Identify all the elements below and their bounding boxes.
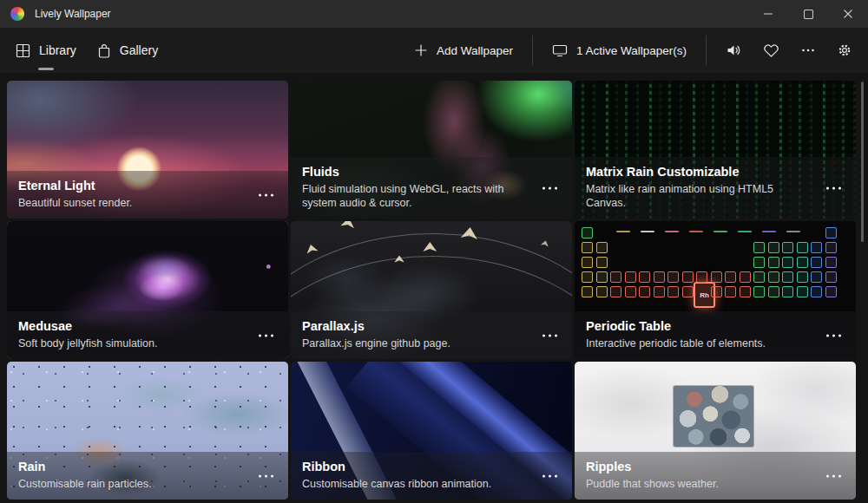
element-tile (596, 242, 608, 253)
pebbles-photo (674, 386, 753, 447)
element-tile (825, 227, 837, 238)
card-title: Periodic Table (586, 318, 816, 334)
category-label-bar (641, 231, 654, 232)
element-tile (811, 271, 822, 283)
maximize-button[interactable] (788, 0, 828, 28)
speaker-icon (726, 42, 742, 58)
wallpaper-card-ripples[interactable]: Ripples Puddle that shows weather. (575, 362, 856, 500)
favorites-button[interactable] (761, 40, 781, 62)
wallpaper-card-periodic-table[interactable]: Rh Periodic Table Interactive periodic t… (575, 221, 856, 359)
active-wallpapers-button[interactable]: 1 Active Wallpaper(s) (550, 39, 688, 62)
element-tile (797, 257, 808, 268)
element-tile (797, 286, 808, 297)
app-logo-icon (10, 7, 24, 21)
titlebar: Lively Wallpaper (0, 0, 868, 28)
element-tile (596, 257, 608, 268)
tab-indicator (38, 68, 54, 70)
card-title: Matrix Rain Customizable (586, 164, 816, 180)
minimize-button[interactable] (748, 0, 788, 28)
more-menu-button[interactable] (799, 39, 818, 62)
element-tile (582, 242, 593, 253)
card-more-button[interactable] (539, 183, 561, 193)
card-more-button[interactable] (539, 471, 561, 480)
element-tile (610, 271, 621, 283)
element-tile (753, 257, 765, 268)
wallpaper-card-ribbon[interactable]: Ribbon Customisable canvas ribbon animat… (291, 362, 572, 500)
element-tile (825, 242, 837, 253)
card-subtitle: Parallax.js engine github page. (302, 336, 532, 350)
element-tile (811, 286, 822, 297)
category-label-bar (738, 231, 752, 232)
wallpaper-card-parallax[interactable]: Parallax.js Parallax.js engine github pa… (291, 221, 572, 359)
element-tile (596, 271, 608, 283)
close-button[interactable] (828, 0, 868, 28)
category-label-bar (762, 231, 776, 232)
scrollbar-thumb[interactable] (861, 82, 864, 242)
element-tile (768, 286, 779, 297)
element-tile (753, 286, 765, 297)
element-tile (639, 286, 650, 297)
element-tile (667, 271, 679, 283)
element-tile (667, 286, 679, 297)
card-footer: Matrix Rain Customizable Matrix like rai… (575, 157, 856, 219)
card-more-button[interactable] (255, 190, 277, 199)
audio-button[interactable] (724, 39, 744, 62)
element-tile (582, 257, 593, 268)
navbar: Library Gallery Add Wallpaper 1 Active W… (0, 28, 868, 73)
card-footer: Ribbon Customisable canvas ribbon animat… (291, 452, 572, 500)
element-tile (711, 271, 722, 283)
element-tile (797, 271, 808, 283)
element-tile (782, 286, 793, 297)
card-title: Ribbon (302, 459, 532, 474)
card-more-button[interactable] (255, 471, 277, 480)
tab-gallery-label: Gallery (120, 43, 158, 57)
maximize-icon (804, 10, 813, 19)
element-tile (782, 271, 793, 283)
element-tile (696, 271, 707, 283)
tab-gallery[interactable]: Gallery (87, 28, 168, 73)
active-wallpapers-label: 1 Active Wallpaper(s) (576, 44, 687, 57)
element-tile (811, 242, 822, 253)
card-footer: Fluids Fluid simulation using WebGL, rea… (291, 157, 572, 219)
element-tile (682, 271, 694, 283)
wallpaper-card-matrix-rain[interactable]: Matrix Rain Customizable Matrix like rai… (575, 81, 856, 219)
wallpaper-card-fluids[interactable]: Fluids Fluid simulation using WebGL, rea… (291, 81, 572, 219)
toolbar-divider (532, 36, 533, 65)
element-tile (797, 242, 808, 253)
element-tile (768, 242, 779, 253)
toolbar-divider (706, 36, 707, 65)
card-subtitle: Interactive periodic table of elements. (586, 336, 816, 350)
wallpaper-card-rain[interactable]: Rain Customisable rain particles. (7, 362, 288, 500)
card-subtitle: Soft body jellyfish simulation. (18, 336, 248, 350)
element-tile (811, 257, 822, 268)
category-label-bar (786, 231, 800, 232)
element-tile (625, 286, 636, 297)
element-tile (753, 242, 765, 253)
card-more-button[interactable] (539, 330, 561, 340)
card-more-button[interactable] (823, 471, 845, 480)
element-tile (711, 286, 722, 297)
close-icon (844, 10, 852, 18)
card-subtitle: Customisable rain particles. (18, 477, 248, 491)
wallpaper-card-medusae[interactable]: Medusae Soft body jellyfish simulation. (7, 221, 288, 359)
tab-library[interactable]: Library (5, 28, 87, 73)
element-tile (740, 286, 751, 297)
card-more-button[interactable] (823, 183, 845, 193)
category-label-bar (713, 231, 727, 232)
add-wallpaper-button[interactable]: Add Wallpaper (412, 40, 515, 61)
settings-button[interactable] (835, 39, 854, 62)
element-tile (782, 257, 793, 268)
card-subtitle: Puddle that shows weather. (586, 477, 816, 491)
wallpaper-card-eternal-light[interactable]: Eternal Light Beautiful sunset render. (7, 81, 288, 219)
paper-ship-shape (305, 243, 318, 253)
card-title: Rain (18, 459, 248, 474)
element-tile (825, 286, 837, 297)
category-label-bar (689, 231, 703, 232)
card-more-button[interactable] (823, 330, 845, 340)
shopping-bag-icon (97, 43, 111, 58)
element-tile (740, 271, 751, 283)
element-tile (610, 286, 621, 297)
card-title: Medusae (18, 318, 248, 334)
card-more-button[interactable] (255, 330, 277, 340)
gear-icon (837, 42, 852, 58)
